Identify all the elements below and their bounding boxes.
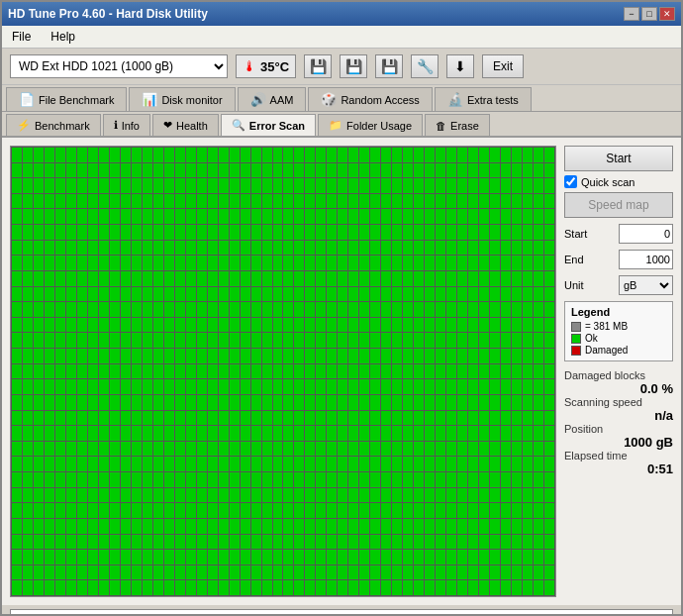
scan-cell: [544, 148, 554, 162]
scan-cell: [175, 349, 185, 363]
scan-cell: [88, 503, 98, 518]
scan-cell: [12, 488, 22, 503]
menu-file[interactable]: File: [8, 28, 35, 46]
scan-cell: [77, 426, 87, 441]
scan-cell: [327, 426, 337, 441]
scan-cell: [186, 550, 196, 565]
scan-cell: [392, 349, 402, 363]
scan-cell: [186, 178, 196, 193]
scan-cell: [241, 442, 250, 457]
scan-cell: [446, 225, 456, 240]
scan-cell: [414, 535, 424, 550]
scan-cell: [175, 503, 185, 518]
sub-tab-info[interactable]: ℹ Info: [103, 114, 150, 136]
scan-cell: [381, 426, 391, 441]
quick-scan-label[interactable]: Quick scan: [581, 176, 634, 188]
scan-cell: [283, 364, 293, 379]
sub-tab-folder-usage[interactable]: 📁 Folder Usage: [318, 114, 423, 136]
speed-map-button[interactable]: Speed map: [564, 192, 673, 218]
scan-cell: [370, 241, 380, 256]
scan-cell: [164, 503, 174, 518]
scan-cell: [523, 333, 533, 348]
scan-cell: [45, 178, 54, 193]
toolbar-btn-4[interactable]: 🔧: [411, 54, 439, 78]
scan-cell: [99, 148, 109, 162]
scan-cell: [414, 271, 424, 286]
scan-cell: [219, 256, 229, 270]
scan-cell: [414, 302, 424, 317]
toolbar-btn-5[interactable]: ⬇: [446, 54, 474, 78]
scan-cell: [110, 395, 120, 410]
scan-cell: [66, 426, 76, 441]
start-input[interactable]: [619, 224, 673, 244]
scan-cell: [457, 302, 467, 317]
toolbar-btn-1[interactable]: 💾: [304, 54, 332, 78]
scan-cell: [186, 364, 196, 379]
scan-cell: [359, 442, 369, 457]
scan-cell: [327, 503, 337, 518]
scan-cell: [110, 287, 120, 302]
tab-aam[interactable]: 🔊 AAM: [238, 87, 307, 111]
sub-tab-erase[interactable]: 🗑 Erase: [425, 114, 490, 136]
tab-file-benchmark[interactable]: 📄 File Benchmark: [6, 87, 127, 111]
scan-cell: [66, 241, 76, 256]
scan-cell: [436, 333, 445, 348]
close-button[interactable]: ✕: [659, 7, 675, 21]
drive-select[interactable]: WD Ext HDD 1021 (1000 gB): [10, 54, 228, 78]
scan-cell: [251, 488, 261, 503]
start-button[interactable]: Start: [564, 146, 673, 171]
maximize-button[interactable]: □: [641, 7, 657, 21]
scan-cell: [262, 271, 272, 286]
scan-cell: [197, 287, 207, 302]
scan-cell: [283, 148, 293, 162]
toolbar-btn-2[interactable]: 💾: [340, 54, 367, 78]
scan-cell: [316, 519, 326, 534]
sub-tab-benchmark[interactable]: ⚡ Benchmark: [6, 114, 101, 136]
scan-cell: [338, 349, 347, 363]
scan-cell: [501, 178, 511, 193]
end-input[interactable]: [619, 250, 673, 269]
scan-cell: [88, 287, 98, 302]
quick-scan-checkbox[interactable]: [564, 175, 577, 188]
scan-cell: [512, 411, 522, 426]
menu-help[interactable]: Help: [47, 28, 79, 46]
scan-cell: [219, 535, 229, 550]
scan-cell: [457, 256, 467, 270]
scan-cell: [468, 364, 478, 379]
scan-cell: [446, 349, 456, 363]
scan-cell: [359, 241, 369, 256]
scan-cell: [55, 580, 65, 595]
scan-cell: [294, 318, 304, 333]
scan-cell: [251, 225, 261, 240]
scan-cell: [164, 225, 174, 240]
minimize-button[interactable]: −: [624, 7, 639, 21]
scan-cell: [446, 241, 456, 256]
scan-cell: [88, 411, 98, 426]
scan-cell: [230, 519, 240, 534]
scan-cell: [12, 271, 22, 286]
unit-select[interactable]: gB MB: [619, 275, 673, 295]
scan-cell: [175, 302, 185, 317]
main-tab-row: 📄 File Benchmark 📊 Disk monitor 🔊 AAM 🎲 …: [2, 85, 681, 112]
scan-cell: [501, 457, 511, 471]
scan-cell: [143, 550, 152, 565]
scan-cell: [392, 333, 402, 348]
sub-tab-error-scan[interactable]: 🔍 Error Scan: [221, 114, 316, 136]
tab-random-access[interactable]: 🎲 Random Access: [308, 87, 432, 111]
scan-cell: [99, 580, 109, 595]
scan-cell: [523, 225, 533, 240]
scan-cell: [327, 163, 337, 178]
scan-cell: [403, 411, 413, 426]
exit-button[interactable]: Exit: [482, 54, 524, 78]
scan-cell: [55, 225, 65, 240]
sub-tab-error-scan-label: Error Scan: [249, 120, 305, 132]
scan-cell: [457, 503, 467, 518]
scan-cell: [110, 519, 120, 534]
tab-disk-monitor[interactable]: 📊 Disk monitor: [129, 87, 235, 111]
scan-cell: [110, 178, 120, 193]
toolbar-btn-3[interactable]: 💾: [375, 54, 403, 78]
sub-tab-health[interactable]: ❤ Health: [152, 114, 219, 136]
scan-cell: [403, 148, 413, 162]
tab-extra-tests[interactable]: 🔬 Extra tests: [435, 87, 532, 111]
scan-cell: [262, 302, 272, 317]
